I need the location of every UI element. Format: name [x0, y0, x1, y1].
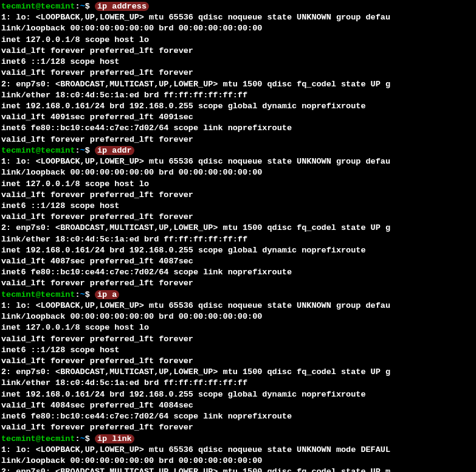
output-line: valid_lft forever preferred_lft forever	[1, 134, 475, 145]
user: tecmint	[1, 434, 36, 443]
prompt-line[interactable]: tecmint@tecmint:~$ ip addr	[1, 145, 475, 156]
output-line: inet 192.168.0.161/24 brd 192.168.0.255 …	[1, 389, 475, 400]
output-line: 1: lo: <LOOPBACK,UP,LOWER_UP> mtu 65536 …	[1, 445, 475, 456]
dollar: $	[85, 146, 90, 155]
prompt-line[interactable]: tecmint@tecmint:~$ ip address	[1, 1, 475, 12]
output-line: inet6 fe80::bc10:ce44:c7ec:7d02/64 scope…	[1, 267, 475, 278]
prompt-line[interactable]: tecmint@tecmint:~$ ip link	[1, 434, 475, 445]
prompt-line[interactable]: tecmint@tecmint:~$ ip a	[1, 290, 475, 300]
output-line: inet6 fe80::bc10:ce44:c7ec:7d02/64 scope…	[1, 123, 475, 134]
colon: :	[75, 146, 80, 155]
output-line: 2: enp7s0: <BROADCAST,MULTICAST,UP,LOWER…	[1, 79, 475, 90]
output-line: link/ether 18:c0:4d:5c:1a:ed brd ff:ff:f…	[1, 378, 475, 389]
output-line: inet 192.168.0.161/24 brd 192.168.0.255 …	[1, 245, 475, 256]
host: tecmint	[41, 434, 75, 443]
output-line: link/loopback 00:00:00:00:00:00 brd 00:0…	[1, 311, 475, 322]
output-line: valid_lft 4087sec preferred_lft 4087sec	[1, 256, 475, 267]
colon: :	[75, 434, 80, 443]
output-line: valid_lft forever preferred_lft forever	[1, 278, 475, 289]
output-line: inet6 fe80::bc10:ce44:c7ec:7d02/64 scope…	[1, 411, 475, 422]
output-line: valid_lft forever preferred_lft forever	[1, 334, 475, 345]
output-line: valid_lft forever preferred_lft forever	[1, 422, 475, 433]
output-line: valid_lft forever preferred_lft forever	[1, 190, 475, 201]
output-line: link/ether 18:c0:4d:5c:1a:ed brd ff:ff:f…	[1, 90, 475, 101]
path: ~	[80, 434, 85, 443]
at: @	[36, 2, 41, 11]
output-line: inet 192.168.0.161/24 brd 192.168.0.255 …	[1, 101, 475, 112]
output-line: valid_lft forever preferred_lft forever	[1, 212, 475, 223]
command-ip-address: ip address	[95, 2, 149, 11]
dollar: $	[85, 290, 90, 299]
output-line: valid_lft forever preferred_lft forever	[1, 46, 475, 57]
output-line: 1: lo: <LOOPBACK,UP,LOWER_UP> mtu 65536 …	[1, 12, 475, 23]
output-line: inet6 ::1/128 scope host	[1, 57, 475, 68]
command-ip-a: ip a	[95, 290, 119, 299]
output-line: inet 127.0.0.1/8 scope host lo	[1, 35, 475, 46]
path: ~	[80, 2, 85, 11]
colon: :	[75, 290, 80, 299]
user: tecmint	[1, 146, 36, 155]
dollar: $	[85, 2, 90, 11]
path: ~	[80, 290, 85, 299]
output-line: valid_lft 4084sec preferred_lft 4084sec	[1, 400, 475, 411]
host: tecmint	[41, 290, 75, 299]
output-line: 2: enp7s0: <BROADCAST,MULTICAST,UP,LOWER…	[1, 367, 475, 378]
output-line: inet 127.0.0.1/8 scope host lo	[1, 322, 475, 333]
output-line: valid_lft forever preferred_lft forever	[1, 356, 475, 367]
output-line: inet6 ::1/128 scope host	[1, 201, 475, 212]
output-line: 1: lo: <LOOPBACK,UP,LOWER_UP> mtu 65536 …	[1, 300, 475, 311]
path: ~	[80, 146, 85, 155]
command-ip-link: ip link	[95, 434, 134, 443]
output-line: link/loopback 00:00:00:00:00:00 brd 00:0…	[1, 456, 475, 467]
host: tecmint	[41, 146, 75, 155]
host: tecmint	[41, 2, 75, 11]
output-line: valid_lft 4091sec preferred_lft 4091sec	[1, 112, 475, 123]
at: @	[36, 434, 41, 443]
output-line: link/ether 18:c0:4d:5c:1a:ed brd ff:ff:f…	[1, 234, 475, 245]
terminal-output: tecmint@tecmint:~$ ip address 1: lo: <LO…	[1, 1, 475, 472]
at: @	[36, 290, 41, 299]
output-line: inet6 ::1/128 scope host	[1, 345, 475, 356]
output-line: 1: lo: <LOOPBACK,UP,LOWER_UP> mtu 65536 …	[1, 156, 475, 167]
output-line: 2: enp7s0: <BROADCAST,MULTICAST,UP,LOWER…	[1, 467, 475, 472]
output-line: link/loopback 00:00:00:00:00:00 brd 00:0…	[1, 167, 475, 178]
at: @	[36, 146, 41, 155]
output-line: valid_lft forever preferred_lft forever	[1, 68, 475, 78]
colon: :	[75, 2, 80, 11]
output-line: link/loopback 00:00:00:00:00:00 brd 00:0…	[1, 23, 475, 34]
output-line: inet 127.0.0.1/8 scope host lo	[1, 179, 475, 190]
user: tecmint	[1, 290, 36, 299]
output-line: 2: enp7s0: <BROADCAST,MULTICAST,UP,LOWER…	[1, 223, 475, 234]
dollar: $	[85, 434, 90, 443]
user: tecmint	[1, 2, 36, 11]
command-ip-addr: ip addr	[95, 146, 134, 155]
